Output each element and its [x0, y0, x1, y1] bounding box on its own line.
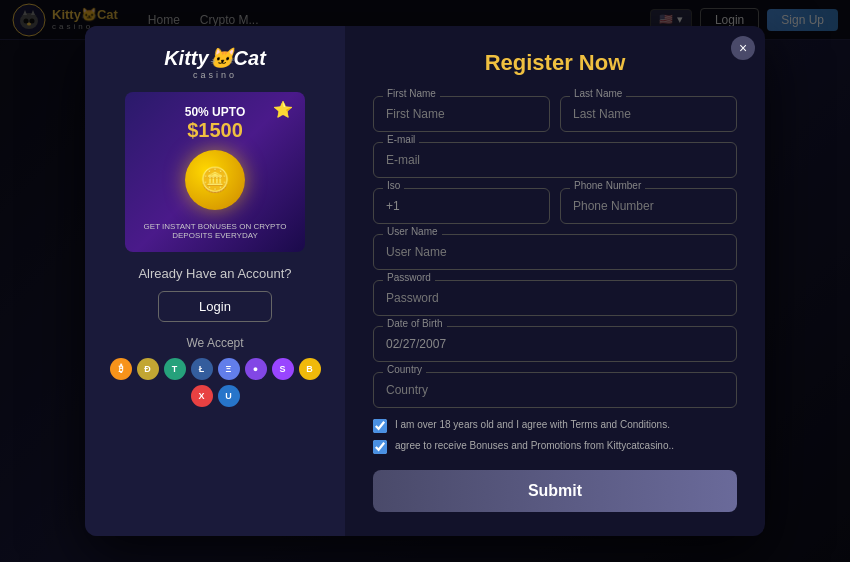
submit-button[interactable]: Submit: [373, 470, 737, 512]
username-input[interactable]: [373, 234, 737, 270]
dob-input[interactable]: [373, 326, 737, 362]
country-input[interactable]: [373, 372, 737, 408]
password-group: Password: [373, 280, 737, 316]
modal-overlay: × Kitty🐱Cat casino ⭐ 50% UPTO $1500 🪙 GE…: [0, 0, 850, 562]
username-row: User Name: [373, 234, 737, 270]
promo-banner: ⭐ 50% UPTO $1500 🪙 GET INSTANT BONUSES O…: [125, 92, 305, 252]
promo-checkbox-row: agree to receive Bonuses and Promotions …: [373, 439, 737, 454]
terms-checkbox[interactable]: [373, 419, 387, 433]
dob-group: Date of Birth: [373, 326, 737, 362]
crypto-icon-bitcoin: ₿: [110, 358, 132, 380]
modal-logo-cat-text: Cat: [234, 47, 266, 69]
terms-checkbox-row: I am over 18 years old and I agree with …: [373, 418, 737, 433]
iso-label: Iso: [383, 180, 404, 191]
username-label: User Name: [383, 226, 442, 237]
dob-row: Date of Birth: [373, 326, 737, 362]
country-group: Country: [373, 372, 737, 408]
last-name-label: Last Name: [570, 88, 626, 99]
crypto-icon-dogecoin: Ð: [137, 358, 159, 380]
terms-label: I am over 18 years old and I agree with …: [395, 418, 670, 432]
phone-label: Phone Number: [570, 180, 645, 191]
coin-icon: 🪙: [185, 150, 245, 210]
modal-logo-cat-icon: 🐱: [209, 47, 234, 69]
promo-text: 50% UPTO $1500: [185, 105, 245, 142]
already-account-text: Already Have an Account?: [138, 266, 291, 281]
promo-checkbox[interactable]: [373, 440, 387, 454]
password-input[interactable]: [373, 280, 737, 316]
crypto-icon-polygon: ●: [245, 358, 267, 380]
register-now-text: Now: [579, 50, 625, 75]
modal-left-panel: Kitty🐱Cat casino ⭐ 50% UPTO $1500 🪙 GET …: [85, 26, 345, 536]
promo-line1: 50% UPTO: [185, 105, 245, 119]
password-label: Password: [383, 272, 435, 283]
first-name-group: First Name: [373, 96, 550, 132]
country-row: Country: [373, 372, 737, 408]
crypto-icon-bnb: B: [299, 358, 321, 380]
name-row: First Name Last Name: [373, 96, 737, 132]
modal-logo-sub: casino: [164, 70, 266, 80]
crypto-icon-tether: T: [164, 358, 186, 380]
crypto-icons-list: ₿ÐTŁΞ●SBXU: [105, 358, 325, 407]
register-text: Register: [485, 50, 579, 75]
phone-row: Iso Phone Number: [373, 188, 737, 224]
crypto-icon-usdc: U: [218, 385, 240, 407]
dob-label: Date of Birth: [383, 318, 447, 329]
country-label: Country: [383, 364, 426, 375]
modal-login-button[interactable]: Login: [158, 291, 272, 322]
modal-logo-text: Kitty: [164, 47, 208, 69]
register-modal: × Kitty🐱Cat casino ⭐ 50% UPTO $1500 🪙 GE…: [85, 26, 765, 536]
crypto-icon-ethereum: Ξ: [218, 358, 240, 380]
crypto-icon-avax: X: [191, 385, 213, 407]
modal-right-panel: Register Now First Name Last Name E-mail: [345, 26, 765, 536]
phone-group: Phone Number: [560, 188, 737, 224]
phone-input[interactable]: [560, 188, 737, 224]
star-decoration: ⭐: [273, 100, 293, 119]
register-title: Register Now: [373, 50, 737, 76]
iso-group: Iso: [373, 188, 550, 224]
promo-label: agree to receive Bonuses and Promotions …: [395, 439, 674, 453]
crypto-icon-litecoin: Ł: [191, 358, 213, 380]
close-button[interactable]: ×: [731, 36, 755, 60]
iso-input[interactable]: [373, 188, 550, 224]
email-row: E-mail: [373, 142, 737, 178]
email-label: E-mail: [383, 134, 419, 145]
email-group: E-mail: [373, 142, 737, 178]
username-group: User Name: [373, 234, 737, 270]
last-name-input[interactable]: [560, 96, 737, 132]
password-row: Password: [373, 280, 737, 316]
last-name-group: Last Name: [560, 96, 737, 132]
first-name-input[interactable]: [373, 96, 550, 132]
promo-subtitle: GET INSTANT BONUSES ON CRYPTO DEPOSITS E…: [125, 222, 305, 240]
we-accept-label: We Accept: [186, 336, 243, 350]
crypto-icon-solana: S: [272, 358, 294, 380]
email-input[interactable]: [373, 142, 737, 178]
first-name-label: First Name: [383, 88, 440, 99]
promo-amount: $1500: [185, 119, 245, 142]
modal-logo: Kitty🐱Cat casino: [164, 46, 266, 80]
